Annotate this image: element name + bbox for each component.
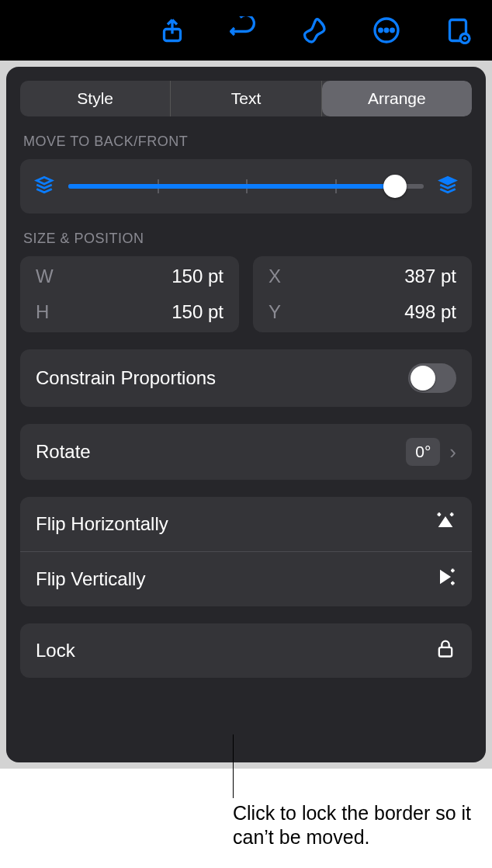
chevron-right-icon: ›	[449, 440, 456, 464]
flip-vertical-row[interactable]: Flip Vertically	[20, 552, 472, 606]
more-icon[interactable]	[372, 16, 400, 44]
x-value: 387 pt	[404, 266, 456, 287]
bring-to-front-icon[interactable]	[438, 175, 458, 198]
format-tabs: Style Text Arrange	[20, 81, 472, 116]
lock-icon	[435, 637, 456, 664]
format-brush-icon[interactable]	[301, 16, 329, 44]
y-value: 498 pt	[404, 301, 456, 323]
flip-group: Flip Horizontally Flip Vertically	[20, 497, 472, 606]
undo-icon[interactable]	[230, 16, 258, 44]
flip-horizontal-icon	[435, 511, 456, 537]
share-icon[interactable]	[158, 16, 186, 44]
svg-point-7	[463, 36, 467, 40]
height-key: H	[36, 301, 49, 323]
x-key: X	[269, 266, 281, 287]
width-key: W	[36, 266, 54, 287]
svg-point-3	[385, 29, 388, 32]
width-value: 150 pt	[172, 266, 223, 287]
send-to-back-icon[interactable]	[34, 175, 54, 198]
layer-slider[interactable]	[68, 184, 424, 189]
flip-v-label: Flip Vertically	[36, 568, 145, 590]
callout-line	[233, 734, 234, 798]
tab-arrange[interactable]: Arrange	[322, 81, 472, 116]
tab-text[interactable]: Text	[171, 81, 321, 116]
move-section: MOVE TO BACK/FRONT	[20, 134, 472, 214]
move-label: MOVE TO BACK/FRONT	[20, 134, 472, 150]
flip-h-label: Flip Horizontally	[36, 513, 168, 535]
position-box[interactable]: X387 pt Y498 pt	[253, 256, 472, 332]
y-key: Y	[269, 301, 281, 323]
sizepos-label: SIZE & POSITION	[20, 231, 472, 247]
constrain-toggle[interactable]	[408, 363, 456, 393]
lock-row[interactable]: Lock	[20, 623, 472, 678]
document-icon[interactable]	[444, 16, 472, 44]
top-toolbar	[0, 0, 492, 61]
panel-backdrop: Style Text Arrange MOVE TO BACK/FRONT	[0, 61, 492, 769]
format-panel: Style Text Arrange MOVE TO BACK/FRONT	[6, 67, 486, 762]
svg-point-4	[391, 29, 394, 32]
rotate-label: Rotate	[36, 441, 91, 463]
size-box[interactable]: W150 pt H150 pt	[20, 256, 239, 332]
constrain-row[interactable]: Constrain Proportions	[20, 349, 472, 407]
height-value: 150 pt	[172, 301, 223, 323]
tab-style[interactable]: Style	[20, 81, 171, 116]
layer-slider-row	[20, 159, 472, 214]
size-position-section: SIZE & POSITION W150 pt H150 pt X387 pt …	[20, 231, 472, 332]
flip-horizontal-row[interactable]: Flip Horizontally	[20, 497, 472, 552]
svg-rect-8	[439, 648, 452, 657]
svg-point-2	[379, 29, 383, 32]
screen: Style Text Arrange MOVE TO BACK/FRONT	[0, 0, 492, 868]
slider-thumb[interactable]	[383, 175, 407, 198]
lock-label: Lock	[36, 640, 75, 661]
flip-vertical-icon	[435, 566, 456, 592]
constrain-label: Constrain Proportions	[36, 367, 216, 389]
callout-text: Click to lock the border so it can’t be …	[233, 801, 481, 850]
rotate-value: 0°	[406, 438, 440, 466]
rotate-row[interactable]: Rotate 0° ›	[20, 424, 472, 480]
